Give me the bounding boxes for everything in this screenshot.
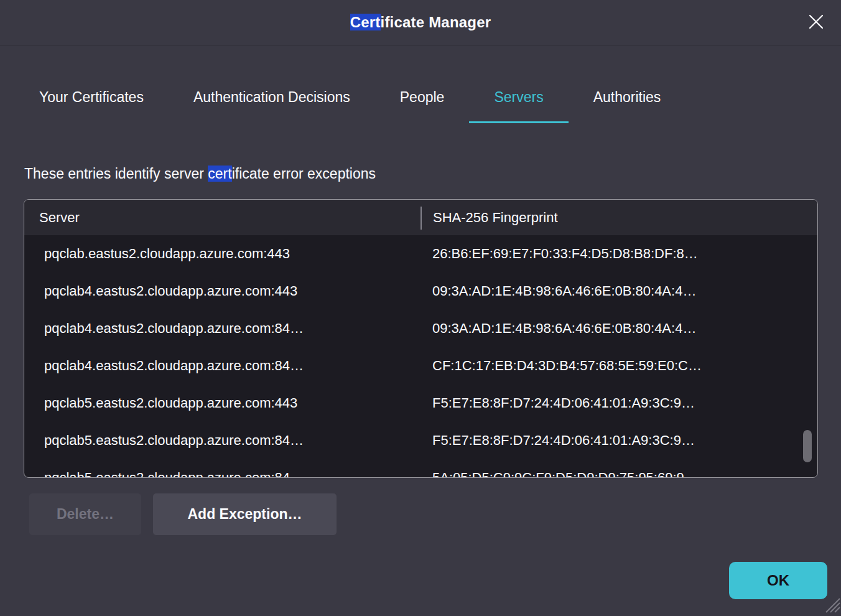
table-row[interactable]: pqclab5.eastus2.cloudapp.azure.com:443F5… bbox=[24, 385, 817, 422]
fingerprint-cell: F5:E7:E8:8F:D7:24:4D:06:41:01:A9:3C:9… bbox=[420, 432, 817, 449]
server-cell: pqclab4.eastus2.cloudapp.azure.com:443 bbox=[24, 283, 420, 299]
description-text: These entries identify server certificat… bbox=[24, 166, 376, 182]
server-cell: pqclab4.eastus2.cloudapp.azure.com:84… bbox=[24, 358, 420, 374]
server-exceptions-table: Server SHA-256 Fingerprint pqclab.eastus… bbox=[24, 199, 818, 478]
dialog-titlebar: Certificate Manager bbox=[0, 0, 841, 45]
close-icon bbox=[808, 14, 824, 32]
server-cell: pqclab5.eastus2.cloudapp.azure.com:443 bbox=[24, 395, 420, 411]
table-row[interactable]: pqclab.eastus2.cloudapp.azure.com:44326:… bbox=[24, 235, 817, 273]
close-button[interactable] bbox=[805, 12, 827, 34]
tab-servers[interactable]: Servers bbox=[469, 73, 568, 123]
description-before: These entries identify server bbox=[24, 166, 208, 182]
column-divider[interactable] bbox=[420, 207, 422, 230]
resize-grip-icon[interactable] bbox=[823, 595, 840, 615]
table-row[interactable]: pqclab4.eastus2.cloudapp.azure.com:84…09… bbox=[24, 310, 817, 347]
table-row[interactable]: pqclab4.eastus2.cloudapp.azure.com:84…CF… bbox=[24, 347, 817, 385]
ok-button[interactable]: OK bbox=[729, 562, 827, 599]
table-body: pqclab.eastus2.cloudapp.azure.com:44326:… bbox=[24, 235, 817, 478]
tab-your-certificates[interactable]: Your Certificates bbox=[14, 73, 169, 123]
server-cell: pqclab4.eastus2.cloudapp.azure.com:84… bbox=[24, 320, 420, 337]
title-find-highlight: Cert bbox=[350, 14, 381, 30]
tab-strip: Your CertificatesAuthentication Decision… bbox=[14, 73, 685, 123]
tab-authorities[interactable]: Authorities bbox=[569, 73, 686, 123]
column-header-server[interactable]: Server bbox=[24, 210, 420, 226]
fingerprint-cell: CF:1C:17:EB:D4:3D:B4:57:68:5E:59:E0:C… bbox=[420, 358, 817, 374]
fingerprint-cell: 5A:05:D5:C9:9C:F9:D5:D9:D9:75:95:69:9… bbox=[420, 470, 817, 478]
column-header-fingerprint[interactable]: SHA-256 Fingerprint bbox=[420, 210, 558, 226]
description-after: ificate error exceptions bbox=[232, 166, 376, 182]
page-title: Certificate Manager bbox=[350, 14, 491, 31]
vertical-scrollbar-thumb[interactable] bbox=[803, 430, 812, 462]
title-rest: ificate Manager bbox=[381, 14, 491, 30]
server-cell: pqclab.eastus2.cloudapp.azure.com:443 bbox=[24, 246, 420, 262]
fingerprint-cell: 09:3A:AD:1E:4B:98:6A:46:6E:0B:80:4A:4… bbox=[420, 320, 817, 337]
table-header: Server SHA-256 Fingerprint bbox=[24, 200, 817, 235]
tab-people[interactable]: People bbox=[375, 73, 470, 123]
server-cell: pqclab5.eastus2.cloudapp.azure.com:84… bbox=[24, 432, 420, 449]
delete-button[interactable]: Delete… bbox=[29, 493, 141, 535]
fingerprint-cell: 26:B6:EF:69:E7:F0:33:F4:D5:D8:B8:DF:8… bbox=[420, 246, 817, 262]
description-find-highlight: cert bbox=[208, 166, 231, 182]
table-row[interactable]: pqclab4.eastus2.cloudapp.azure.com:44309… bbox=[24, 273, 817, 310]
server-cell: pqclab5.eastus2.cloudapp.azure.com:84… bbox=[24, 470, 420, 478]
table-row[interactable]: pqclab5.eastus2.cloudapp.azure.com:84…5A… bbox=[24, 459, 817, 478]
fingerprint-cell: F5:E7:E8:8F:D7:24:4D:06:41:01:A9:3C:9… bbox=[420, 395, 817, 411]
tab-authentication-decisions[interactable]: Authentication Decisions bbox=[169, 73, 375, 123]
fingerprint-cell: 09:3A:AD:1E:4B:98:6A:46:6E:0B:80:4A:4… bbox=[420, 283, 817, 299]
table-row[interactable]: pqclab5.eastus2.cloudapp.azure.com:84…F5… bbox=[24, 422, 817, 459]
add-exception-button[interactable]: Add Exception… bbox=[153, 493, 337, 535]
